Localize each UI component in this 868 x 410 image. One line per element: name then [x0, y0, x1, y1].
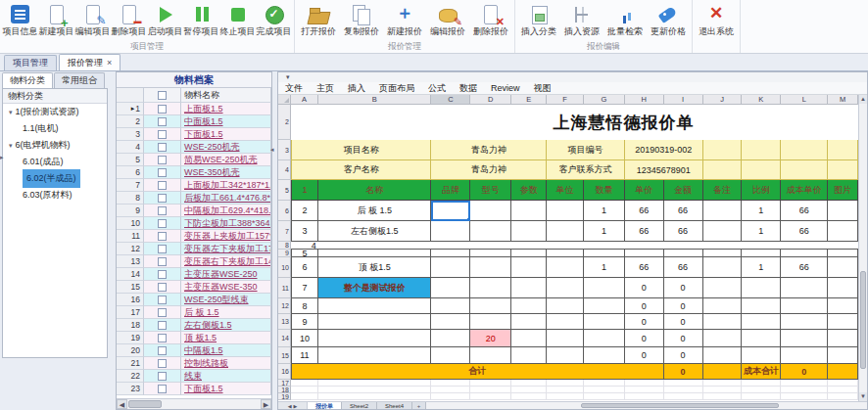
row-header[interactable]: 19 [278, 393, 291, 400]
cell[interactable] [742, 347, 781, 364]
column-header-J[interactable]: J [703, 95, 743, 105]
material-row[interactable]: 12变压器左下夹板加工172* [117, 243, 271, 255]
vscroll-thumb[interactable] [860, 271, 866, 369]
cell[interactable]: 8 [291, 298, 318, 314]
cell[interactable] [703, 380, 743, 387]
row-checkbox[interactable] [158, 117, 167, 126]
scroll-up-icon[interactable]: ▲ [859, 95, 867, 104]
cell[interactable]: 单价 [625, 180, 664, 201]
cell[interactable] [781, 160, 828, 180]
cell[interactable]: 7 [291, 278, 318, 298]
material-row[interactable]: 7上面板加工342*187*1.5 [117, 179, 271, 192]
cell[interactable]: 0 [664, 278, 703, 298]
cell[interactable]: 0 [664, 347, 703, 364]
cell[interactable] [318, 380, 432, 387]
sheet-tab-nav[interactable]: ◀▶ [278, 402, 308, 409]
row-header[interactable]: 10 [278, 257, 291, 278]
scroll-down-icon[interactable]: ▼ [859, 392, 867, 401]
cell[interactable] [828, 160, 858, 180]
cell[interactable] [703, 160, 743, 180]
material-row[interactable]: 8后板加工661.4*476.8*1. [117, 192, 271, 205]
cell[interactable] [828, 250, 858, 257]
tree-item[interactable]: 6.01(成品) [3, 154, 107, 170]
material-name-link[interactable]: WSE-250机壳 [184, 141, 240, 154]
cell[interactable] [828, 140, 858, 160]
cell[interactable] [511, 278, 547, 298]
category-subtab[interactable]: 常用组合 [54, 72, 105, 88]
cell[interactable] [703, 257, 743, 278]
material-row[interactable]: 6WSE-350机壳 [117, 166, 271, 179]
cell[interactable] [547, 201, 584, 221]
cell[interactable] [511, 314, 547, 330]
material-row[interactable]: 9中隔板加工629.4*418.8 [117, 205, 271, 217]
tab-nav-left-icon[interactable]: ◀ [288, 403, 292, 409]
material-row[interactable]: 11变压器上夹板加工157*22 [117, 230, 271, 243]
cell[interactable] [431, 330, 470, 347]
scroll-thumb[interactable] [128, 400, 162, 408]
row-header[interactable]: 4 [278, 160, 291, 180]
cell[interactable]: 参数 [511, 180, 547, 201]
row-header[interactable]: 17 [278, 380, 291, 387]
cell[interactable] [318, 330, 432, 347]
material-name-link[interactable]: 线束 [184, 370, 202, 383]
ribbon-button-doc-edit[interactable]: 编辑项目 [74, 1, 111, 40]
cell[interactable]: 1 [584, 257, 625, 278]
cell[interactable] [547, 250, 584, 257]
cell[interactable] [431, 347, 470, 364]
column-header-G[interactable]: G [584, 95, 625, 105]
cell[interactable]: 0 [625, 330, 664, 347]
ribbon-button-insert-category[interactable]: 插入分类 [517, 1, 560, 40]
add-sheet-button[interactable]: + [412, 402, 426, 409]
sheet-menu-item[interactable]: 主页 [310, 82, 341, 95]
cell[interactable]: 备注 [703, 180, 743, 201]
close-icon[interactable]: × [107, 59, 112, 68]
row-checkbox[interactable] [158, 372, 167, 381]
cell[interactable]: 数量 [584, 180, 625, 201]
expander-icon[interactable]: ▾ [9, 137, 13, 154]
row-checkbox[interactable] [158, 232, 167, 241]
cell[interactable] [470, 380, 511, 387]
row-header[interactable]: 14 [278, 330, 291, 347]
column-header-E[interactable]: E [511, 95, 547, 105]
material-row[interactable]: 15主变压器WSE-350 [117, 281, 271, 294]
cell[interactable]: 0 [625, 298, 664, 314]
ribbon-button-pause[interactable]: 暂停项目 [183, 1, 219, 40]
cell[interactable] [781, 393, 828, 400]
cell[interactable] [742, 160, 781, 180]
tree-item[interactable]: 6.02(半成品) [3, 170, 107, 187]
sheet-menu-item[interactable]: 视图 [527, 82, 558, 95]
material-row[interactable]: 2中面板1.5 [117, 115, 271, 128]
cell[interactable] [781, 347, 828, 364]
material-name-link[interactable]: 变压器右下夹板加工145* [184, 255, 271, 268]
cell[interactable]: 单位 [547, 180, 584, 201]
cell[interactable] [584, 250, 625, 257]
material-name-link[interactable]: 中隔板加工629.4*418.8 [184, 205, 271, 217]
ribbon-button-copy[interactable]: 复制报价 [340, 1, 383, 40]
cell[interactable] [828, 278, 858, 298]
row-checkbox[interactable] [158, 219, 167, 228]
row-header[interactable]: 11 [278, 278, 291, 298]
row-header[interactable]: 2 [278, 105, 291, 140]
cell[interactable] [703, 387, 743, 393]
row-header[interactable]: 12 [278, 298, 291, 314]
row-checkbox[interactable] [158, 130, 167, 139]
material-row[interactable]: 22线束 [117, 370, 271, 383]
cell[interactable] [511, 201, 547, 221]
row-header[interactable]: 5 [278, 180, 291, 201]
cell[interactable] [703, 347, 743, 364]
row-checkbox[interactable] [158, 334, 167, 342]
material-name-link[interactable]: WSE-350机壳 [184, 166, 240, 179]
cell[interactable] [511, 330, 547, 347]
material-row[interactable]: 3下面板1.5 [117, 128, 271, 141]
sheet-menu-item[interactable]: 公式 [421, 82, 453, 95]
row-header[interactable]: 13 [278, 314, 291, 330]
column-header-B[interactable]: B [318, 95, 432, 105]
tree-item[interactable]: 6.03(原材料) [3, 187, 107, 204]
cell[interactable] [431, 380, 470, 387]
select-all-checkbox[interactable] [158, 91, 167, 100]
material-name-link[interactable]: 控制线路板 [184, 357, 228, 370]
cell[interactable] [547, 314, 584, 330]
cell[interactable] [547, 278, 584, 298]
cell[interactable]: 66 [781, 201, 828, 221]
cell[interactable] [828, 257, 858, 278]
